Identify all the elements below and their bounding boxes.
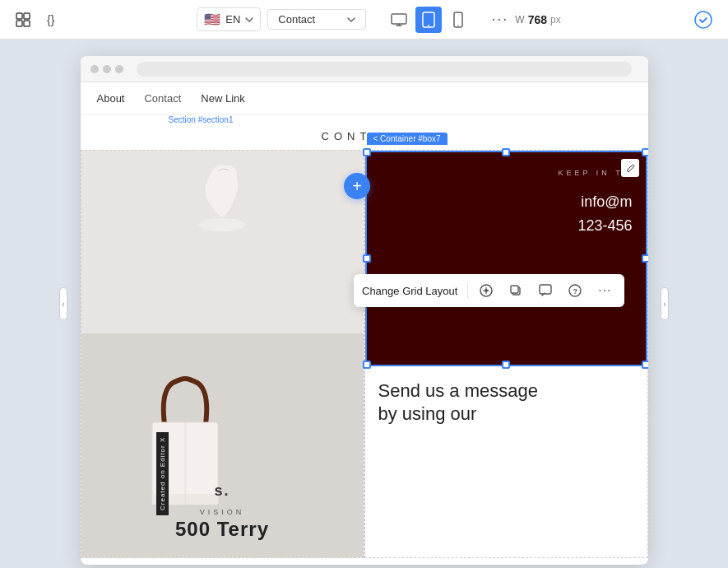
editor-x-label: Created on Editor X — [156, 432, 169, 515]
grid-layout-icon-button[interactable] — [475, 279, 498, 302]
message-title: Send us a messageby using our — [378, 379, 634, 426]
svg-text:?: ? — [573, 287, 578, 296]
dot-red — [90, 65, 99, 73]
mobile-view-button[interactable] — [445, 7, 471, 33]
dot-green — [115, 65, 123, 73]
page-selector[interactable]: Contact — [267, 9, 366, 30]
grid-view-icon[interactable] — [13, 10, 33, 30]
nav-new-link[interactable]: New Link — [201, 92, 244, 105]
left-column: s. VISION 500 Terry — [81, 150, 364, 558]
right-resize-handle[interactable]: › — [661, 287, 669, 320]
svg-rect-3 — [24, 21, 30, 26]
handle-bottom-left[interactable] — [363, 361, 371, 369]
top-toolbar: {} 🇺🇸 EN Contact — [0, 0, 728, 40]
handle-top-right[interactable] — [642, 148, 648, 156]
dot-yellow — [103, 65, 111, 73]
width-unit: px — [550, 14, 561, 26]
keep-in-touch-label: KEEP IN TO — [380, 169, 633, 177]
width-value: 768 — [528, 13, 547, 26]
duplicate-icon-button[interactable] — [504, 279, 527, 302]
svg-point-11 — [458, 25, 460, 26]
left-resize-handle[interactable]: ‹ — [59, 287, 67, 320]
toolbar-center: 🇺🇸 EN Contact — [79, 7, 679, 33]
width-control: W 768 px — [515, 13, 560, 26]
email-display: info@m — [380, 193, 633, 211]
tablet-view-button[interactable] — [415, 7, 442, 33]
browser-window: About Contact New Link Section #section1… — [81, 56, 648, 565]
message-title-text: Send us a messageby using our — [378, 380, 538, 425]
svg-point-18 — [485, 289, 488, 292]
language-selector[interactable]: 🇺🇸 EN — [197, 7, 261, 31]
add-section-button[interactable]: + — [344, 173, 370, 199]
toolbar-divider — [467, 283, 468, 298]
edit-button[interactable] — [621, 159, 639, 177]
toolbar-left: {} — [13, 10, 66, 30]
more-options-icon[interactable]: ··· — [491, 11, 508, 28]
section-breadcrumb: Section #section1 — [169, 115, 234, 124]
device-group — [386, 7, 471, 33]
phone-display: 123-456 — [380, 217, 633, 235]
handle-top-center[interactable] — [502, 148, 510, 156]
code-icon[interactable]: {} — [46, 10, 66, 30]
done-icon[interactable] — [692, 8, 715, 31]
handle-bottom-center[interactable] — [502, 361, 510, 369]
floating-toolbar-label: Change Grid Layout — [362, 285, 457, 297]
handle-middle-left[interactable] — [363, 254, 371, 263]
vision-number: 500 Terry — [81, 518, 364, 541]
handle-middle-right[interactable] — [642, 254, 648, 263]
contact-box: < Container #box7 KEEP IN TO info@m 123-… — [365, 151, 647, 366]
desktop-view-button[interactable] — [386, 7, 412, 33]
svg-rect-20 — [511, 286, 518, 293]
shoe-image — [189, 159, 255, 241]
handle-bottom-right[interactable] — [642, 361, 648, 369]
message-box: Send us a messageby using our — [365, 366, 647, 557]
chevron-down-icon — [347, 17, 355, 22]
svg-point-13 — [199, 218, 245, 231]
bottom-text-area: VISION 500 Terry — [81, 508, 364, 541]
width-label: W — [515, 14, 524, 26]
page-title-bar: CONTACT — [81, 115, 648, 150]
svg-rect-2 — [16, 21, 22, 26]
svg-rect-1 — [24, 13, 30, 19]
flag-icon: 🇺🇸 — [204, 12, 220, 27]
browser-dots — [90, 65, 123, 73]
vision-label: VISION — [81, 508, 364, 516]
page-name: Contact — [278, 13, 315, 26]
svg-rect-5 — [392, 14, 406, 24]
browser-url-bar — [137, 62, 632, 77]
svg-text:{}: {} — [47, 13, 55, 26]
nav-about[interactable]: About — [97, 92, 125, 105]
svg-rect-0 — [16, 13, 22, 19]
help-icon-button[interactable]: ? — [563, 279, 587, 302]
svg-rect-21 — [540, 285, 551, 294]
svg-point-12 — [695, 12, 712, 28]
toolbar-right — [692, 8, 715, 31]
more-options-button[interactable]: ··· — [593, 279, 616, 302]
lang-label: EN — [225, 13, 240, 26]
site-nav: About Contact New Link — [81, 82, 648, 115]
container-label: < Container #box7 — [367, 133, 447, 145]
floating-toolbar: Change Grid Layout ? — [354, 274, 624, 307]
comment-icon-button[interactable] — [534, 279, 557, 302]
nav-contact[interactable]: Contact — [144, 92, 181, 105]
canvas-area: ‹ › About Contact New Link Section #sect… — [0, 40, 728, 568]
handle-top-left[interactable] — [363, 148, 371, 156]
browser-bar — [81, 56, 648, 82]
brand-logo: s. — [214, 482, 230, 500]
chevron-down-icon — [245, 17, 253, 22]
right-column: < Container #box7 KEEP IN TO info@m 123-… — [364, 150, 648, 558]
svg-point-9 — [428, 25, 429, 26]
